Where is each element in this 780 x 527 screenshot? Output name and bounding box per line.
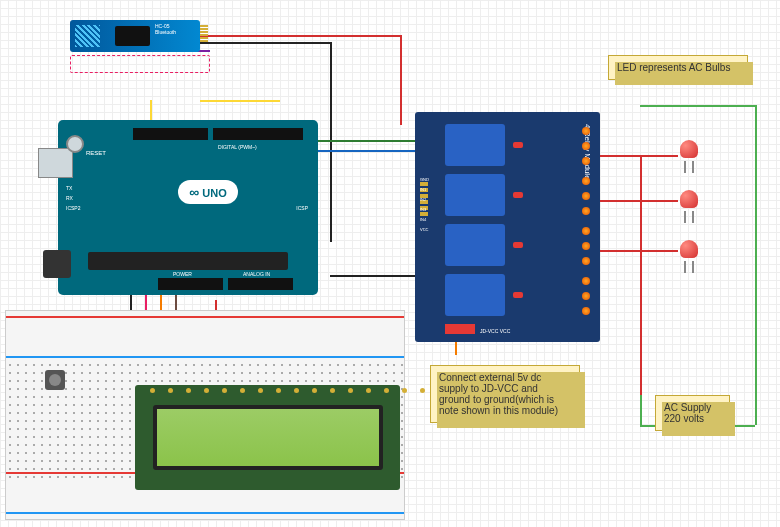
usb-port-icon <box>38 148 73 178</box>
relay-vcc: VCC <box>420 227 428 232</box>
relay-led-icon <box>513 292 523 298</box>
lcd-screen <box>153 405 383 470</box>
relay-in2: IN2 <box>420 197 426 202</box>
note-leds: LED represents AC Bulbs <box>608 55 748 80</box>
icsp2-label: ICSP2 <box>66 205 80 211</box>
power-jack-icon <box>43 250 71 278</box>
note-jdvcc: Connect external 5v dc supply to JD-VCC … <box>430 365 580 423</box>
icsp-label: ICSP <box>296 205 308 211</box>
led-bulb-1 <box>680 140 710 165</box>
arduino-uno: RESET ∞ UNO DIGITAL (PWM~) POWER ANALOG … <box>58 120 318 295</box>
potentiometer-knob-icon[interactable] <box>49 374 61 386</box>
bluetooth-module: HC-05Bluetooth <box>70 20 210 75</box>
jdvcc-jumper <box>445 324 475 334</box>
jdvcc-label: JD-VCC VCC <box>480 328 510 334</box>
relay-in1: IN1 <box>420 187 426 192</box>
relay-in3: IN3 <box>420 207 426 212</box>
potentiometer[interactable] <box>45 370 65 390</box>
note-ac: AC Supply 220 volts <box>655 395 730 431</box>
atmega-chip-icon <box>88 252 288 270</box>
rx-label: RX <box>66 195 73 201</box>
relay-channel-4 <box>445 274 505 316</box>
power-pins-label: POWER <box>173 271 192 277</box>
lcd-display <box>135 385 400 490</box>
arduino-brand: UNO <box>202 187 226 199</box>
relay-channel-2 <box>445 174 505 216</box>
led-bulb-3 <box>680 240 710 265</box>
bluetooth-brand: Bluetooth <box>155 29 176 35</box>
reset-button[interactable] <box>66 135 84 153</box>
led-bulb-2 <box>680 190 710 215</box>
bluetooth-antenna-icon <box>75 25 100 47</box>
relay-led-icon <box>513 142 523 148</box>
tx-label: TX <box>66 185 72 191</box>
relay-led-icon <box>513 242 523 248</box>
relay-channel-1 <box>445 124 505 166</box>
analog-pins-label: ANALOG IN <box>243 271 270 277</box>
reset-label: RESET <box>86 150 106 156</box>
relay-led-icon <box>513 192 523 198</box>
relay-in4: IN4 <box>420 217 426 222</box>
relay-gnd: GND <box>420 177 429 182</box>
relay-channel-3 <box>445 224 505 266</box>
relay-module: 4 Relay Module GND IN1 IN2 IN3 IN4 VCC J… <box>415 112 600 342</box>
digital-pins-label: DIGITAL (PWM~) <box>218 144 257 150</box>
